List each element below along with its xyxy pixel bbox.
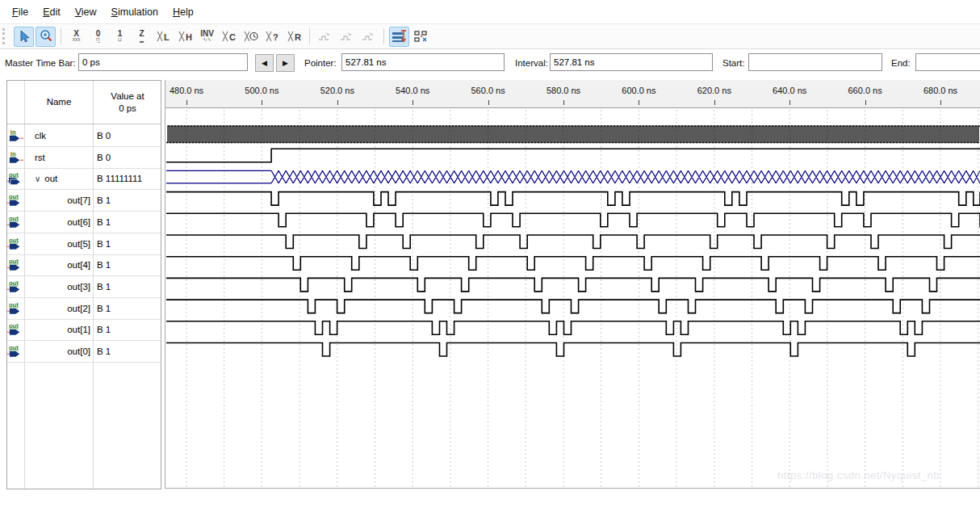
waveform-canvas[interactable] [165, 108, 980, 489]
svg-text:R: R [295, 32, 301, 42]
signal-name: out[2] [25, 298, 93, 319]
signal-value: B 1 [94, 190, 161, 211]
svg-text:out: out [9, 344, 19, 351]
toolbar-separator [383, 28, 384, 44]
force-weak-high-icon[interactable]: H [175, 27, 195, 47]
end-input[interactable] [915, 53, 980, 71]
svg-text:in: in [10, 149, 16, 157]
start-input[interactable] [748, 53, 882, 71]
signal-name-text: out[2] [67, 304, 90, 313]
waveform-out[2] [166, 300, 980, 313]
arbitrary-value-icon[interactable]: ? [262, 27, 283, 47]
signal-name: rst [25, 147, 93, 168]
signal-value: B 1 [94, 298, 161, 319]
signal-row-out[0][interactable]: outout[0]B 1 [7, 341, 161, 363]
time-ruler[interactable]: 480.0 ns500.0 ns520.0 ns540.0 ns560.0 ns… [165, 80, 980, 108]
svg-text:out: out [9, 279, 19, 287]
ruler-tick-mark [940, 100, 941, 105]
ruler-tick-label: 640.0 ns [773, 86, 806, 95]
signal-value: B 1 [94, 233, 161, 254]
menu-help[interactable]: Help [165, 3, 201, 21]
waveform-out[4] [166, 257, 980, 271]
signal-value: B 0 [94, 147, 161, 168]
ruler-tick-mark [639, 100, 639, 105]
signal-name: out[5] [25, 233, 93, 254]
ruler-tick-mark [488, 100, 489, 105]
ruler-tick-mark [186, 100, 187, 105]
waveform-editor-icon[interactable] [389, 27, 409, 47]
ruler-tick-label: 680.0 ns [923, 86, 957, 95]
waveform-out[6] [166, 213, 980, 227]
end-label: End: [891, 58, 911, 68]
ruler-tick-mark [563, 100, 564, 105]
force-unknown-icon[interactable]: Xxxx [66, 27, 86, 47]
invert-icon[interactable]: INV∿∿ [197, 27, 217, 47]
svg-text:L: L [164, 32, 170, 42]
svg-text:?: ? [273, 32, 279, 42]
master-time-bar-input[interactable] [78, 53, 248, 71]
menu-view[interactable]: View [68, 3, 104, 21]
waveform-clk [166, 126, 980, 143]
signal-row-out[3][interactable]: outout[3]B 1 [7, 276, 161, 298]
toolbar-drag-handle[interactable] [2, 28, 8, 44]
force-low-icon[interactable]: 0⊓̲ [88, 27, 108, 47]
menu-simulation[interactable]: Simulation [104, 3, 165, 21]
signal-value: B 0 [94, 125, 161, 146]
zoom-tool-icon[interactable] [36, 27, 56, 47]
input-port-icon: in [7, 149, 24, 166]
signal-name-text: out[1] [67, 325, 90, 334]
signal-name-text: out[5] [67, 239, 90, 249]
signal-row-out[7][interactable]: outout[7]B 1 [7, 190, 161, 212]
pointer-input[interactable] [341, 53, 505, 71]
random-value-icon[interactable]: R [284, 27, 304, 47]
count-value-icon[interactable]: C [219, 27, 239, 47]
output-port-icon: out [7, 279, 24, 296]
selection-tool-icon[interactable] [14, 27, 34, 47]
force-high-impedance-icon[interactable]: Z▂ [132, 27, 152, 47]
svg-text:out: out [9, 236, 19, 243]
interval-input[interactable] [550, 53, 713, 71]
ruler-tick-mark [337, 100, 338, 105]
ruler-tick-mark [413, 100, 413, 105]
time-bar-prev-button[interactable]: ◀ [255, 54, 274, 72]
signal-row-out[1][interactable]: outout[1]B 1 [7, 319, 161, 341]
output-port-icon: out [7, 343, 24, 360]
time-bar: Master Time Bar: ◀ ▶ Pointer: Interval: … [0, 49, 980, 79]
master-time-bar-label: Master Time Bar: [5, 58, 76, 68]
ruler-tick-mark [714, 100, 715, 105]
signal-name-text: out [44, 174, 57, 183]
waveform-area[interactable] [165, 108, 980, 489]
ruler-tick-label: 500.0 ns [245, 86, 279, 95]
signal-row-out[6][interactable]: outout[6]B 1 [7, 212, 161, 233]
signal-row-out[2][interactable]: outout[2]B 1 [7, 298, 161, 320]
menu-edit[interactable]: Edit [36, 3, 68, 21]
signal-value: B 1 [94, 319, 161, 340]
overwrite-clock-icon[interactable] [241, 27, 261, 47]
signal-row-out[4][interactable]: outout[4]B 1 [7, 254, 161, 276]
simulation-options-icon[interactable] [411, 27, 431, 47]
waveform-rst [166, 149, 980, 162]
menu-file[interactable]: File [5, 3, 36, 21]
force-weak-low-icon[interactable]: L [153, 27, 174, 47]
output-port-icon: out [7, 257, 24, 274]
snap-to-grid-icon[interactable] [337, 27, 357, 47]
signal-row-clk[interactable]: inclkB 0 [7, 125, 161, 147]
ruler-tick-label: 580.0 ns [547, 86, 580, 95]
name-column-header: Name [25, 97, 93, 107]
signal-name: out[1] [25, 319, 93, 340]
force-high-icon[interactable]: 1⊔ [110, 27, 130, 47]
value-column-header: Value at0 ps [94, 90, 161, 115]
signal-row-out[interactable]: out∨outB 11111111 [7, 168, 161, 190]
ruler-tick-mark [865, 100, 866, 105]
pan-tool-icon[interactable] [358, 27, 379, 47]
waveform-out[7] [166, 192, 980, 206]
waveform-out[5] [166, 235, 980, 249]
time-bar-next-button[interactable]: ▶ [276, 54, 295, 72]
svg-text:out: out [9, 171, 19, 178]
chevron-down-icon[interactable]: ∨ [35, 174, 40, 183]
output-port-icon: out [7, 300, 24, 317]
snap-to-transition-icon[interactable] [315, 27, 335, 47]
signal-row-out[5][interactable]: outout[5]B 1 [7, 233, 161, 255]
ruler-tick-label: 600.0 ns [622, 86, 655, 95]
signal-row-rst[interactable]: inrstB 0 [7, 147, 161, 169]
